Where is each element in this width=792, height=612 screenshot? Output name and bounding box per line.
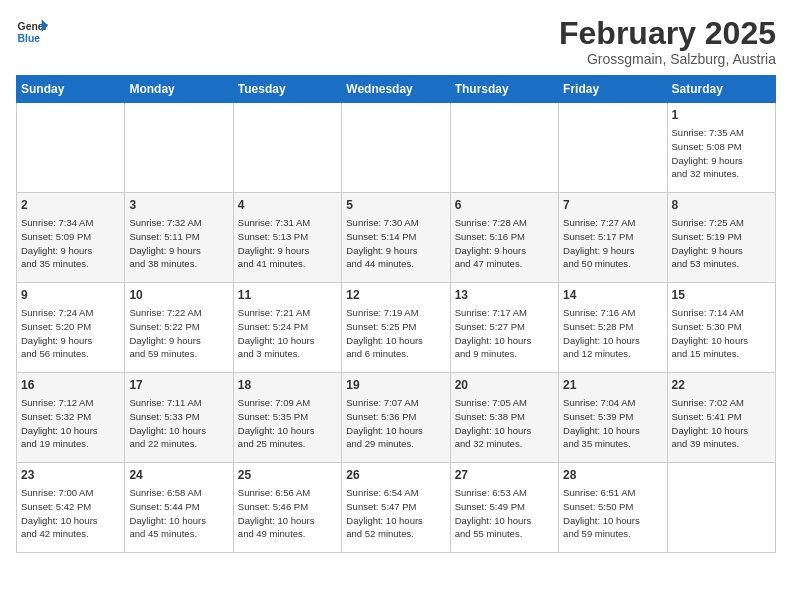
calendar-day-14: 14Sunrise: 7:16 AM Sunset: 5:28 PM Dayli… bbox=[559, 283, 667, 373]
day-number: 2 bbox=[21, 197, 120, 214]
calendar-day-7: 7Sunrise: 7:27 AM Sunset: 5:17 PM Daylig… bbox=[559, 193, 667, 283]
day-number: 3 bbox=[129, 197, 228, 214]
day-info: Sunrise: 7:17 AM Sunset: 5:27 PM Dayligh… bbox=[455, 306, 554, 361]
calendar-week-row: 23Sunrise: 7:00 AM Sunset: 5:42 PM Dayli… bbox=[17, 463, 776, 553]
day-info: Sunrise: 7:30 AM Sunset: 5:14 PM Dayligh… bbox=[346, 216, 445, 271]
calendar-week-row: 9Sunrise: 7:24 AM Sunset: 5:20 PM Daylig… bbox=[17, 283, 776, 373]
day-number: 27 bbox=[455, 467, 554, 484]
day-number: 24 bbox=[129, 467, 228, 484]
calendar-day-24: 24Sunrise: 6:58 AM Sunset: 5:44 PM Dayli… bbox=[125, 463, 233, 553]
empty-day bbox=[342, 103, 450, 193]
calendar-day-18: 18Sunrise: 7:09 AM Sunset: 5:35 PM Dayli… bbox=[233, 373, 341, 463]
weekday-header-tuesday: Tuesday bbox=[233, 76, 341, 103]
calendar-day-17: 17Sunrise: 7:11 AM Sunset: 5:33 PM Dayli… bbox=[125, 373, 233, 463]
day-info: Sunrise: 7:19 AM Sunset: 5:25 PM Dayligh… bbox=[346, 306, 445, 361]
day-info: Sunrise: 7:16 AM Sunset: 5:28 PM Dayligh… bbox=[563, 306, 662, 361]
day-info: Sunrise: 6:54 AM Sunset: 5:47 PM Dayligh… bbox=[346, 486, 445, 541]
day-number: 11 bbox=[238, 287, 337, 304]
calendar-day-11: 11Sunrise: 7:21 AM Sunset: 5:24 PM Dayli… bbox=[233, 283, 341, 373]
weekday-header-wednesday: Wednesday bbox=[342, 76, 450, 103]
day-number: 19 bbox=[346, 377, 445, 394]
calendar-day-3: 3Sunrise: 7:32 AM Sunset: 5:11 PM Daylig… bbox=[125, 193, 233, 283]
calendar-day-1: 1Sunrise: 7:35 AM Sunset: 5:08 PM Daylig… bbox=[667, 103, 775, 193]
calendar-day-4: 4Sunrise: 7:31 AM Sunset: 5:13 PM Daylig… bbox=[233, 193, 341, 283]
empty-day bbox=[450, 103, 558, 193]
day-number: 7 bbox=[563, 197, 662, 214]
calendar-day-26: 26Sunrise: 6:54 AM Sunset: 5:47 PM Dayli… bbox=[342, 463, 450, 553]
day-number: 20 bbox=[455, 377, 554, 394]
day-info: Sunrise: 7:34 AM Sunset: 5:09 PM Dayligh… bbox=[21, 216, 120, 271]
calendar-day-13: 13Sunrise: 7:17 AM Sunset: 5:27 PM Dayli… bbox=[450, 283, 558, 373]
empty-day bbox=[125, 103, 233, 193]
calendar-day-2: 2Sunrise: 7:34 AM Sunset: 5:09 PM Daylig… bbox=[17, 193, 125, 283]
calendar-day-9: 9Sunrise: 7:24 AM Sunset: 5:20 PM Daylig… bbox=[17, 283, 125, 373]
day-info: Sunrise: 7:05 AM Sunset: 5:38 PM Dayligh… bbox=[455, 396, 554, 451]
day-number: 17 bbox=[129, 377, 228, 394]
empty-day bbox=[233, 103, 341, 193]
calendar-day-16: 16Sunrise: 7:12 AM Sunset: 5:32 PM Dayli… bbox=[17, 373, 125, 463]
day-number: 4 bbox=[238, 197, 337, 214]
day-info: Sunrise: 7:25 AM Sunset: 5:19 PM Dayligh… bbox=[672, 216, 771, 271]
calendar-day-20: 20Sunrise: 7:05 AM Sunset: 5:38 PM Dayli… bbox=[450, 373, 558, 463]
weekday-header-thursday: Thursday bbox=[450, 76, 558, 103]
day-number: 22 bbox=[672, 377, 771, 394]
day-info: Sunrise: 6:51 AM Sunset: 5:50 PM Dayligh… bbox=[563, 486, 662, 541]
page-header: General Blue February 2025 Grossgmain, S… bbox=[16, 16, 776, 67]
calendar-day-8: 8Sunrise: 7:25 AM Sunset: 5:19 PM Daylig… bbox=[667, 193, 775, 283]
empty-day bbox=[559, 103, 667, 193]
day-info: Sunrise: 7:31 AM Sunset: 5:13 PM Dayligh… bbox=[238, 216, 337, 271]
day-info: Sunrise: 7:14 AM Sunset: 5:30 PM Dayligh… bbox=[672, 306, 771, 361]
empty-day bbox=[17, 103, 125, 193]
calendar-day-27: 27Sunrise: 6:53 AM Sunset: 5:49 PM Dayli… bbox=[450, 463, 558, 553]
day-number: 21 bbox=[563, 377, 662, 394]
day-info: Sunrise: 7:12 AM Sunset: 5:32 PM Dayligh… bbox=[21, 396, 120, 451]
day-number: 16 bbox=[21, 377, 120, 394]
day-number: 5 bbox=[346, 197, 445, 214]
logo-icon: General Blue bbox=[16, 16, 48, 48]
day-number: 26 bbox=[346, 467, 445, 484]
day-info: Sunrise: 7:09 AM Sunset: 5:35 PM Dayligh… bbox=[238, 396, 337, 451]
day-number: 28 bbox=[563, 467, 662, 484]
calendar-day-28: 28Sunrise: 6:51 AM Sunset: 5:50 PM Dayli… bbox=[559, 463, 667, 553]
day-number: 25 bbox=[238, 467, 337, 484]
day-number: 1 bbox=[672, 107, 771, 124]
day-number: 12 bbox=[346, 287, 445, 304]
day-number: 6 bbox=[455, 197, 554, 214]
calendar-day-25: 25Sunrise: 6:56 AM Sunset: 5:46 PM Dayli… bbox=[233, 463, 341, 553]
weekday-header-friday: Friday bbox=[559, 76, 667, 103]
day-number: 9 bbox=[21, 287, 120, 304]
day-info: Sunrise: 7:22 AM Sunset: 5:22 PM Dayligh… bbox=[129, 306, 228, 361]
calendar-day-6: 6Sunrise: 7:28 AM Sunset: 5:16 PM Daylig… bbox=[450, 193, 558, 283]
calendar-day-12: 12Sunrise: 7:19 AM Sunset: 5:25 PM Dayli… bbox=[342, 283, 450, 373]
day-info: Sunrise: 7:00 AM Sunset: 5:42 PM Dayligh… bbox=[21, 486, 120, 541]
day-info: Sunrise: 7:28 AM Sunset: 5:16 PM Dayligh… bbox=[455, 216, 554, 271]
day-info: Sunrise: 7:35 AM Sunset: 5:08 PM Dayligh… bbox=[672, 126, 771, 181]
calendar-day-15: 15Sunrise: 7:14 AM Sunset: 5:30 PM Dayli… bbox=[667, 283, 775, 373]
calendar-week-row: 16Sunrise: 7:12 AM Sunset: 5:32 PM Dayli… bbox=[17, 373, 776, 463]
month-year: February 2025 bbox=[559, 16, 776, 51]
day-info: Sunrise: 7:11 AM Sunset: 5:33 PM Dayligh… bbox=[129, 396, 228, 451]
calendar-day-19: 19Sunrise: 7:07 AM Sunset: 5:36 PM Dayli… bbox=[342, 373, 450, 463]
day-info: Sunrise: 7:32 AM Sunset: 5:11 PM Dayligh… bbox=[129, 216, 228, 271]
day-info: Sunrise: 7:04 AM Sunset: 5:39 PM Dayligh… bbox=[563, 396, 662, 451]
day-number: 13 bbox=[455, 287, 554, 304]
weekday-header-sunday: Sunday bbox=[17, 76, 125, 103]
calendar-day-10: 10Sunrise: 7:22 AM Sunset: 5:22 PM Dayli… bbox=[125, 283, 233, 373]
weekday-header-saturday: Saturday bbox=[667, 76, 775, 103]
day-info: Sunrise: 6:56 AM Sunset: 5:46 PM Dayligh… bbox=[238, 486, 337, 541]
day-number: 15 bbox=[672, 287, 771, 304]
day-info: Sunrise: 7:21 AM Sunset: 5:24 PM Dayligh… bbox=[238, 306, 337, 361]
title-block: February 2025 Grossgmain, Salzburg, Aust… bbox=[559, 16, 776, 67]
day-number: 10 bbox=[129, 287, 228, 304]
day-info: Sunrise: 7:02 AM Sunset: 5:41 PM Dayligh… bbox=[672, 396, 771, 451]
weekday-header-row: SundayMondayTuesdayWednesdayThursdayFrid… bbox=[17, 76, 776, 103]
day-info: Sunrise: 6:53 AM Sunset: 5:49 PM Dayligh… bbox=[455, 486, 554, 541]
calendar-table: SundayMondayTuesdayWednesdayThursdayFrid… bbox=[16, 75, 776, 553]
day-number: 23 bbox=[21, 467, 120, 484]
calendar-week-row: 2Sunrise: 7:34 AM Sunset: 5:09 PM Daylig… bbox=[17, 193, 776, 283]
location: Grossgmain, Salzburg, Austria bbox=[559, 51, 776, 67]
calendar-day-22: 22Sunrise: 7:02 AM Sunset: 5:41 PM Dayli… bbox=[667, 373, 775, 463]
logo: General Blue bbox=[16, 16, 48, 48]
empty-day bbox=[667, 463, 775, 553]
day-info: Sunrise: 7:07 AM Sunset: 5:36 PM Dayligh… bbox=[346, 396, 445, 451]
